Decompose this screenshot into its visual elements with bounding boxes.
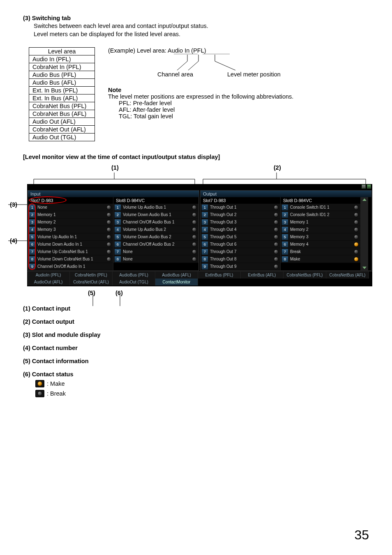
led-make-icon [37,381,42,386]
status-led-icon [354,249,359,254]
status-led-icon [192,235,197,240]
contact-number: 4 [202,227,208,233]
input-panel: Input Slot7 D-983 1None2Memory 13Memory … [28,190,199,271]
tab-cobranetin-pfl-[interactable]: CobraNetIn (PFL) [70,272,113,279]
la-row: Audio Bus (PFL) [29,71,95,79]
edit-icon[interactable] [362,184,366,189]
tab-audioout-tgl-[interactable]: AudioOut (TGL) [113,279,155,286]
annot-6: (6) [115,290,123,296]
status-led-icon [192,227,197,232]
contact-number: 9 [202,264,208,269]
slot-head: Slot8 D-984VC [281,197,360,204]
annot-1: (1) [111,164,119,171]
tab-audioout-afl-[interactable]: AudioOut (AFL) [27,279,70,286]
close-icon[interactable] [367,184,371,189]
status-led-icon [106,220,111,225]
tab-contactmonitor[interactable]: ContactMonitor [155,279,198,286]
scrollbar[interactable] [361,197,368,270]
contact-number: 3 [115,219,121,225]
contact-number: 4 [282,227,288,233]
contact-label: Memory 4 [288,242,354,246]
tab-cobranetbus-afl-[interactable]: CobraNetBus (AFL) [326,272,369,279]
contact-label: Volume Up CobraNet Bus 1 [35,249,106,254]
contact-label: Volume Down Audio Bus 1 [121,212,192,217]
tab-audiobus-pfl-[interactable]: AudioBus (PFL) [113,272,155,279]
output-panel: Output Slot7 D-983 1Through Out 12Throug… [200,190,372,271]
contact-label: None [121,257,192,261]
scroll-down-icon[interactable] [362,267,367,269]
status-led-icon [354,242,359,247]
la-row: CobraNet In (PFL) [29,63,95,71]
contact-label: Memory 2 [288,227,354,232]
contact-label: None [121,249,192,254]
contact-label: Volume Up Audio Bus 1 [121,205,192,210]
contact-label: Through Out 7 [208,249,274,254]
contact-number: 6 [115,242,121,247]
tab-cobranetout-afl-[interactable]: CobraNetOut (AFL) [70,279,113,286]
contact-number: 7 [202,249,208,255]
contact-row: 2Console Switch ID1 2 [281,211,360,219]
scroll-up-icon[interactable] [362,198,367,201]
la-row: Audio In (PFL) [29,55,95,63]
contact-label: Through Out 5 [208,235,274,239]
contact-label: Memory 3 [35,227,106,232]
contact-number: 5 [202,234,208,240]
annot-5: (5) [88,290,95,296]
contact-label: Break [288,249,354,254]
contact-label: Memory 2 [35,220,106,224]
tab-extinbus-afl-[interactable]: ExtInBus (AFL) [241,272,284,279]
la-row: Audio Out (AFL) [29,118,95,126]
tab-audioin-pfl-[interactable]: AudioIn (PFL) [27,272,70,279]
contact-number: 1 [115,205,121,210]
legend-3: (3) Slot and module display [23,332,369,338]
contact-number: 7 [115,249,121,255]
note-body: The level meter positions are expressed … [108,93,301,100]
input-slotB: Slot8 D-984VC 1Volume Up Audio Bus 12Vol… [113,197,199,270]
led-make-key: : Make [35,380,369,387]
contact-number: 8 [202,256,208,262]
contact-row: 1Through Out 1 [201,204,280,211]
status-led-icon [274,220,279,225]
contact-label: Volume Down Audio In 1 [35,242,106,246]
contact-number: 5 [282,234,288,240]
abbr-tgl: TGL: Total gain level [119,113,301,120]
contact-row: 9Channel On/Off Audio In 1 [28,263,113,270]
contact-label: Through Out 3 [208,220,274,224]
la-row: CobraNet Bus (PFL) [29,102,95,110]
example-text: (Example) Level area: Audio In (PFL) [108,47,301,54]
contact-number: 8 [282,256,288,262]
la-row: CobraNet Bus (AFL) [29,110,95,118]
contact-row: 6Memory 4 [281,241,360,248]
contact-row: 4Memory 3 [28,226,113,233]
tab-cobranetbus-pfl-[interactable]: CobraNetBus (PFL) [284,272,326,279]
tabs-row: AudioIn (PFL)CobraNetIn (PFL)AudioBus (P… [27,271,372,286]
status-led-icon [192,205,197,210]
status-led-icon [274,235,279,240]
contact-row: 2Volume Down Audio Bus 1 [113,211,198,219]
contact-label: Channel On/Off Audio Bus 2 [121,242,192,246]
monitor-heading: [Level monitor view at the time of conta… [23,154,369,160]
contact-number: 8 [115,256,121,262]
status-led-icon [274,264,279,269]
status-led-icon [192,212,197,217]
channel-area-label: Channel area [157,71,193,78]
status-led-icon [106,205,111,210]
output-slotB: Slot8 D-984VC 1Console Switch ID1 12Cons… [281,197,361,270]
contact-label: Console Switch ID1 2 [288,212,354,217]
tab-audiobus-afl-[interactable]: AudioBus (AFL) [155,272,198,279]
contact-label: Volume Down Audio Bus 2 [121,235,192,239]
slot-head: Slot7 D-983 [201,197,280,204]
contact-row: 3Channel On/Off Audio Bus 1 [113,219,198,226]
contact-number: 5 [115,234,121,240]
section-body-2: Level meters can be displayed for the li… [34,30,369,39]
contact-row: 3Memory 2 [28,219,113,226]
contact-row: 7Break [281,248,360,256]
legend-4: (4) Contact number [23,345,369,351]
contact-row: 2Through Out 2 [201,211,280,219]
tab-extinbus-pfl-[interactable]: ExtInBus (PFL) [198,272,241,279]
contact-row: 9Through Out 9 [201,263,280,270]
contact-label: Memory 1 [288,220,354,224]
contact-row: 8Volume Down CobraNet Bus 1 [28,256,113,263]
status-led-icon [274,227,279,232]
status-led-icon [354,220,359,225]
